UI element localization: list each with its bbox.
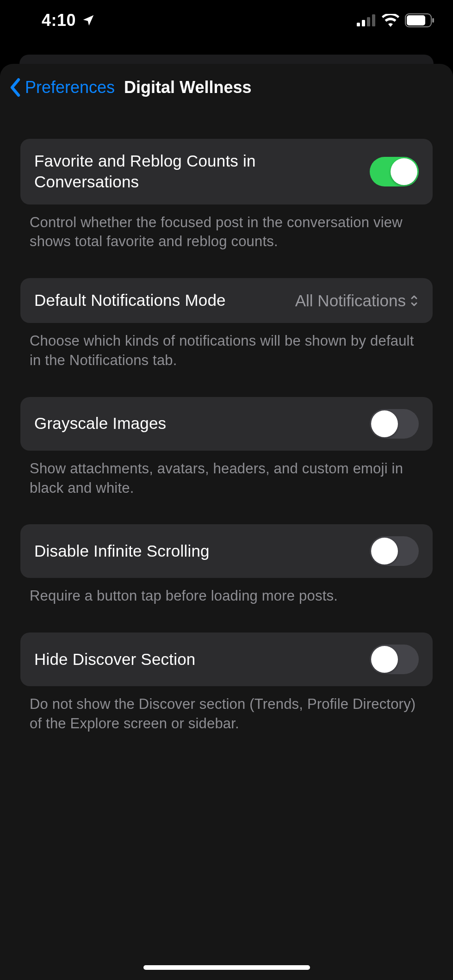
- cell-signal-icon: [357, 14, 376, 26]
- setting-row-grayscale[interactable]: Grayscale Images: [20, 397, 433, 451]
- location-icon: [81, 13, 95, 27]
- setting-footer: Choose which kinds of notifications will…: [20, 323, 433, 370]
- chevron-up-down-icon: [410, 295, 419, 307]
- chevron-left-icon: [8, 78, 22, 97]
- battery-icon: [405, 13, 434, 27]
- setting-label: Default Notifications Mode: [34, 290, 281, 311]
- home-indicator[interactable]: [143, 965, 310, 970]
- setting-label: Hide Discover Section: [34, 649, 356, 670]
- toggle-favorite-reblog[interactable]: [370, 157, 419, 186]
- setting-row-favorite-reblog[interactable]: Favorite and Reblog Counts in Conversati…: [20, 139, 433, 205]
- setting-footer: Require a button tap before loading more…: [20, 578, 433, 606]
- setting-row-notifications-mode[interactable]: Default Notifications Mode All Notificat…: [20, 278, 433, 323]
- svg-rect-6: [432, 18, 434, 23]
- setting-value: All Notifications: [295, 292, 419, 310]
- svg-rect-5: [407, 15, 425, 25]
- status-bar: 4:10: [0, 0, 453, 41]
- setting-footer: Control whether the focused post in the …: [20, 205, 433, 252]
- setting-group-hide-discover: Hide Discover Section Do not show the Di…: [20, 633, 433, 733]
- status-time: 4:10: [42, 11, 76, 30]
- settings-content: Favorite and Reblog Counts in Conversati…: [0, 111, 453, 733]
- setting-group-disable-infinite: Disable Infinite Scrolling Require a but…: [20, 524, 433, 606]
- setting-row-disable-infinite[interactable]: Disable Infinite Scrolling: [20, 524, 433, 578]
- status-right: [357, 13, 434, 27]
- svg-rect-2: [367, 17, 370, 26]
- nav-header: Preferences Digital Wellness: [0, 78, 453, 111]
- setting-group-grayscale: Grayscale Images Show attachments, avata…: [20, 397, 433, 498]
- page-title: Digital Wellness: [124, 78, 251, 97]
- back-label: Preferences: [25, 78, 115, 97]
- toggle-disable-infinite[interactable]: [370, 536, 419, 566]
- setting-footer: Show attachments, avatars, headers, and …: [20, 451, 433, 498]
- sheet-backdrop: [19, 55, 434, 64]
- toggle-hide-discover[interactable]: [370, 645, 419, 674]
- setting-group-notifications-mode: Default Notifications Mode All Notificat…: [20, 278, 433, 370]
- setting-value-text: All Notifications: [295, 292, 406, 310]
- status-left: 4:10: [42, 11, 95, 30]
- back-button[interactable]: Preferences: [8, 78, 115, 97]
- toggle-grayscale[interactable]: [370, 409, 419, 439]
- setting-row-hide-discover[interactable]: Hide Discover Section: [20, 633, 433, 686]
- setting-label: Grayscale Images: [34, 413, 356, 434]
- svg-rect-0: [357, 23, 360, 26]
- wifi-icon: [382, 14, 399, 27]
- svg-rect-3: [372, 14, 375, 26]
- settings-sheet: Preferences Digital Wellness Favorite an…: [0, 64, 453, 980]
- setting-label: Disable Infinite Scrolling: [34, 541, 356, 562]
- svg-rect-1: [362, 20, 365, 26]
- setting-group-favorite-reblog: Favorite and Reblog Counts in Conversati…: [20, 139, 433, 251]
- setting-label: Favorite and Reblog Counts in Conversati…: [34, 151, 356, 192]
- setting-footer: Do not show the Discover section (Trends…: [20, 686, 433, 733]
